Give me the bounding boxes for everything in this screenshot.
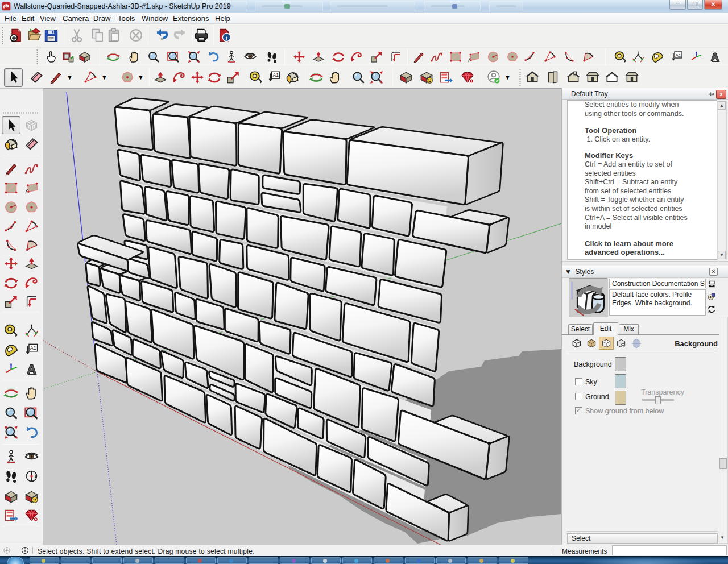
svg-text:A1: A1 <box>272 72 279 78</box>
svg-text:A1: A1 <box>30 345 36 351</box>
svg-text:A1: A1 <box>676 53 681 58</box>
